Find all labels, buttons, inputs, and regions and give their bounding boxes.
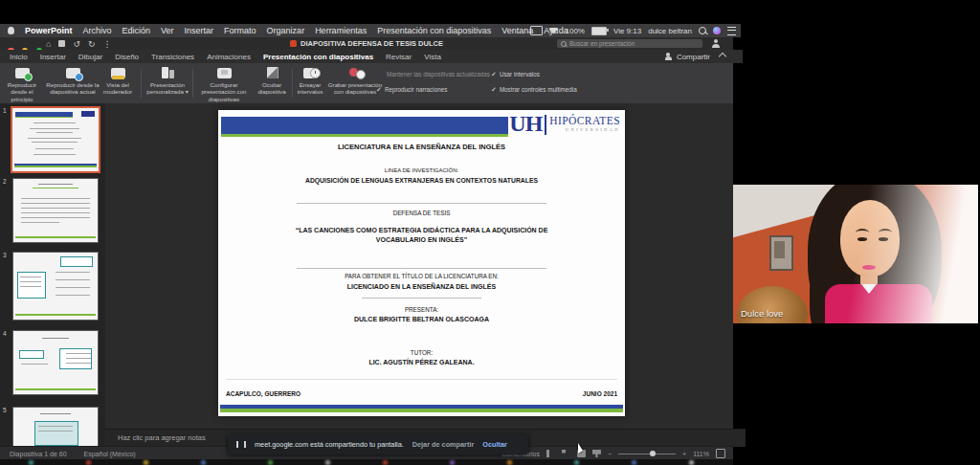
slide-thesis-title: “LAS CANCIONES COMO ESTRATEGIA DIDÁCTICA… xyxy=(278,226,566,245)
tab-revisar[interactable]: Revisar xyxy=(386,53,412,61)
slide-tutor-value: LIC. AGUSTÍN PÉREZ GALEANA. xyxy=(218,359,625,365)
thumb-footer-bar xyxy=(15,388,96,390)
slide-thumbnail-5[interactable] xyxy=(12,407,99,446)
editing-workspace: UH HIPÓCRATES UNIVERSIDAD LICENCIATURA E… xyxy=(105,103,733,429)
ribbon-button-label: Ensayar intervalos xyxy=(298,81,323,95)
share-label: Compartir xyxy=(677,53,710,61)
thumb-accent-line xyxy=(33,188,78,188)
slide-presents-label: PRESENTA: xyxy=(218,306,625,313)
menu-item-ver[interactable]: Ver xyxy=(161,26,174,35)
normal-view-icon[interactable] xyxy=(546,450,555,457)
ribbon-separator xyxy=(192,69,193,98)
show-media-controls-checkbox[interactable]: ✓Mostrar controles multimedia xyxy=(491,86,577,94)
slide-thumbnail-3[interactable] xyxy=(12,252,99,321)
custom-show-button[interactable]: Presentación personalizada ▾ xyxy=(144,67,191,97)
rehearse-timings-icon xyxy=(302,67,319,79)
presenter-view-icon xyxy=(110,67,126,79)
ribbon-separator xyxy=(141,69,142,98)
tab-presentacion-con-diapositivas[interactable]: Presentación con diapositivas xyxy=(263,53,373,61)
presenter-view-button[interactable]: Vista del moderador xyxy=(98,67,138,96)
tab-transiciones[interactable]: Transiciones xyxy=(151,53,194,61)
document-title: DIAPOSITIVA DEFENSA DE TESIS DULCE xyxy=(301,39,443,48)
spotlight-search-icon[interactable] xyxy=(699,27,706,34)
menu-item-insertar[interactable]: Insertar xyxy=(185,26,214,35)
menu-item-formato[interactable]: Formato xyxy=(224,26,256,35)
powerpoint-doc-icon xyxy=(290,40,297,47)
add-person-icon xyxy=(664,53,673,60)
tab-animaciones[interactable]: Animaciones xyxy=(207,53,251,61)
hide-slide-icon xyxy=(264,67,280,79)
tab-insertar[interactable]: Insertar xyxy=(40,53,66,61)
menu-item-organizar[interactable]: Organizar xyxy=(267,26,305,35)
battery-percent: 100% xyxy=(566,27,585,35)
share-button[interactable]: Compartir xyxy=(664,50,710,63)
zoom-slider-knob[interactable] xyxy=(650,451,656,456)
play-from-current-icon xyxy=(65,67,81,79)
menu-item-powerpoint[interactable]: PowerPoint xyxy=(25,26,73,35)
set-up-slideshow-button[interactable]: Configurar presentación con diapositivas xyxy=(194,67,254,102)
ribbon: Reproducir desde el principio Reproducir… xyxy=(0,63,733,104)
language-label[interactable]: Español (México) xyxy=(84,451,136,457)
use-timings-checkbox[interactable]: ✓Usar intervalos xyxy=(491,71,540,78)
slide-footer-city: ACAPULCO, GUERRERO xyxy=(226,390,301,397)
meet-sharing-bar: meet.google.com está compartiendo tu pan… xyxy=(228,434,528,454)
zoom-in-icon[interactable]: + xyxy=(682,451,686,457)
slide-thumbnail-1[interactable] xyxy=(11,106,100,173)
play-narrations-checkbox[interactable]: ✓Reproducir narraciones xyxy=(376,86,447,94)
menu-item-ventana[interactable]: Ventana xyxy=(501,26,533,35)
play-from-start-button[interactable]: Reproducir desde el principio xyxy=(0,67,44,102)
record-slideshow-button[interactable]: Grabar presentación con diapositivas xyxy=(326,67,384,96)
notification-center-icon[interactable] xyxy=(727,27,736,35)
slide-sorter-view-icon[interactable] xyxy=(562,450,570,457)
macos-menu-bar: PowerPoint Archivo Edición Ver Insertar … xyxy=(0,24,741,37)
slide-divider xyxy=(297,203,546,204)
checkbox-label: Usar intervalos xyxy=(500,71,540,78)
apple-icon[interactable] xyxy=(8,27,14,34)
search-placeholder: Buscar en presentación xyxy=(569,40,635,47)
menu-user[interactable]: dulce beltran xyxy=(648,27,692,35)
hide-bar-button[interactable]: Ocultar xyxy=(482,440,507,449)
slide-thumbnail-4[interactable] xyxy=(12,330,99,395)
fit-to-window-icon[interactable] xyxy=(716,449,725,458)
slide-presents-value: DULCE BRIGITTE BELTRAN OLASCOAGA xyxy=(218,316,625,322)
hide-slide-button[interactable]: Ocultar diapositiva xyxy=(253,67,291,96)
keep-slides-updated-checkbox[interactable]: Mantener las diapositivas actualizadas xyxy=(387,71,490,78)
screen-share-icon[interactable] xyxy=(530,26,543,35)
slide-defense-label: DEFENSA DE TESIS xyxy=(218,210,625,216)
zoom-out-icon[interactable]: − xyxy=(608,451,612,457)
tab-inicio[interactable]: Inicio xyxy=(10,53,28,61)
thumb-footer-bar xyxy=(15,236,96,238)
slide-thumbnail-2[interactable] xyxy=(12,178,99,243)
tab-vista[interactable]: Vista xyxy=(424,53,441,61)
ribbon-button-label: Presentación personalizada xyxy=(146,81,185,95)
siri-icon[interactable] xyxy=(713,27,721,34)
slide-footer-date: JUNIO 2021 xyxy=(583,390,617,397)
tab-dibujar[interactable]: Dibujar xyxy=(78,53,102,61)
wifi-icon[interactable] xyxy=(549,28,559,34)
powerpoint-window: ⌂ ↺ ↻ ⋮ DIAPOSITIVA DEFENSA DE TESIS DUL… xyxy=(0,37,733,459)
slide-research-line-value: ADQUISICIÓN DE LENGUAS EXTRANJERAS EN CO… xyxy=(290,176,553,186)
ribbon-button-label: Reproducir desde el principio xyxy=(8,81,36,102)
slideshow-view-icon[interactable] xyxy=(592,450,601,457)
pause-share-icon[interactable] xyxy=(236,441,246,448)
rehearse-timings-button[interactable]: Ensayar intervalos xyxy=(294,67,326,96)
play-from-current-button[interactable]: Reproducir desde la diapositiva actual xyxy=(45,67,100,96)
zoom-slider[interactable] xyxy=(618,454,676,454)
menu-item-archivo[interactable]: Archivo xyxy=(83,26,112,35)
stop-sharing-button[interactable]: Dejar de compartir xyxy=(412,440,474,449)
menu-item-herramientas[interactable]: Herramientas xyxy=(315,26,367,35)
menu-item-edicion[interactable]: Edición xyxy=(122,26,151,35)
search-input[interactable]: Buscar en presentación xyxy=(557,39,702,48)
zoom-percent[interactable]: 111% xyxy=(693,451,709,457)
slide-canvas[interactable]: UH HIPÓCRATES UNIVERSIDAD LICENCIATURA E… xyxy=(218,110,625,416)
account-icon[interactable] xyxy=(711,39,720,48)
menu-clock[interactable]: Vie 9:13 xyxy=(613,27,641,35)
university-logo: UH HIPÓCRATES UNIVERSIDAD xyxy=(509,112,620,135)
dropdown-caret-icon: ▾ xyxy=(186,89,189,95)
webcam-video-tile[interactable]: Dulce love xyxy=(733,185,978,323)
thumb-footer-bar xyxy=(15,314,96,316)
tab-diseno[interactable]: Diseño xyxy=(115,53,139,61)
logo-sub-text: UNIVERSIDAD xyxy=(549,127,620,132)
thumbnail-number: 2 xyxy=(3,178,7,185)
menu-item-presentacion[interactable]: Presentación con diapositivas xyxy=(377,26,491,35)
